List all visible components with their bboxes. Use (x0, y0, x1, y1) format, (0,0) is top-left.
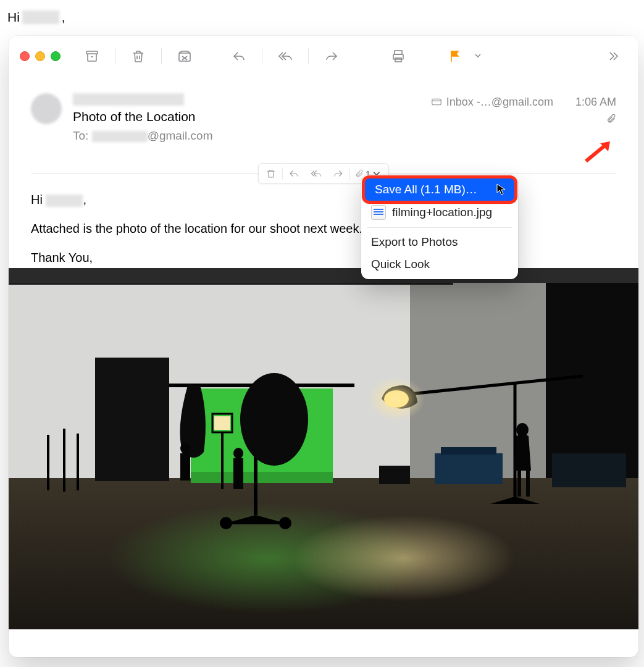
bg-greeting-prefix: Hi (7, 10, 20, 25)
svg-point-13 (293, 515, 515, 602)
svg-point-32 (180, 443, 190, 454)
jpeg-file-icon (371, 205, 386, 220)
svg-rect-31 (526, 469, 530, 497)
reply-all-button[interactable] (271, 44, 299, 68)
minimize-window-button[interactable] (35, 51, 45, 61)
archive-button[interactable] (78, 44, 106, 68)
delete-button[interactable] (124, 44, 153, 68)
message-header: Photo of the Location To: @gmail.com Inb… (9, 77, 638, 143)
print-button[interactable] (384, 44, 412, 68)
menu-item-label: Save All (1.1 MB)… (375, 183, 477, 196)
redacted-name (46, 195, 83, 207)
mail-message-window: Photo of the Location To: @gmail.com Inb… (9, 36, 638, 657)
svg-rect-10 (9, 283, 453, 285)
print-icon (391, 49, 406, 64)
sender-avatar[interactable] (31, 93, 62, 124)
toolbar-overflow-button[interactable] (599, 44, 627, 68)
menu-item-label: filming+location.jpg (392, 206, 492, 219)
trash-icon (131, 49, 146, 64)
attachment-indicator[interactable] (432, 112, 616, 125)
svg-rect-2 (395, 51, 402, 54)
fullscreen-window-button[interactable] (51, 51, 61, 61)
annotation-arrow (583, 140, 614, 164)
svg-point-19 (220, 517, 232, 529)
flag-dropdown-button[interactable] (474, 51, 482, 61)
redacted-name (22, 10, 59, 24)
mailbox-label: Inbox -…@gmail.com (446, 93, 553, 111)
menu-item-label: Export to Photos (371, 235, 458, 249)
attachment-menu: Save All (1.1 MB)… filming+location.jpg … (361, 175, 518, 279)
toolbar-separator (262, 48, 262, 64)
inline-reply-all-button[interactable] (305, 164, 327, 183)
window-toolbar (9, 36, 638, 77)
svg-rect-22 (214, 416, 230, 430)
reply-all-icon (311, 168, 322, 179)
body-greeting: Hi , (31, 190, 616, 209)
to-label: To: (73, 129, 92, 142)
svg-rect-4 (395, 58, 401, 62)
inline-delete-button[interactable] (260, 164, 282, 183)
forward-icon (324, 49, 339, 64)
reply-icon (288, 168, 299, 179)
chevron-down-icon (474, 52, 482, 59)
svg-rect-9 (9, 268, 638, 283)
bg-greeting-suffix: , (62, 10, 65, 25)
svg-point-28 (368, 377, 425, 421)
message-time: 1:06 AM (575, 93, 616, 111)
svg-rect-30 (517, 469, 521, 497)
svg-rect-40 (441, 447, 496, 455)
menu-item-attachment-file[interactable]: filming+location.jpg (361, 201, 518, 224)
mailbox-indicator[interactable]: Inbox -…@gmail.com 1:06 AM (432, 93, 616, 111)
archive-icon (85, 49, 99, 64)
toolbar-separator (308, 48, 309, 64)
menu-item-label: Quick Look (371, 258, 430, 271)
svg-rect-41 (552, 453, 626, 487)
svg-point-34 (233, 448, 243, 459)
svg-rect-15 (191, 472, 333, 483)
message-subject: Photo of the Location (73, 109, 432, 124)
forward-button[interactable] (317, 44, 346, 68)
menu-item-quick-look[interactable]: Quick Look (361, 253, 518, 275)
svg-point-21 (240, 373, 308, 466)
attachment-image[interactable] (9, 268, 638, 629)
menu-item-export-to-photos[interactable]: Export to Photos (361, 231, 518, 253)
window-controls (20, 51, 61, 61)
cursor-icon (496, 183, 506, 199)
reply-icon (232, 49, 246, 64)
redacted-recipient (92, 131, 148, 142)
toolbar-separator (115, 48, 115, 64)
redacted-sender (73, 93, 184, 106)
greeting-prefix: Hi (31, 193, 46, 206)
sender-name[interactable] (73, 93, 432, 106)
inline-forward-button[interactable] (327, 164, 349, 183)
reply-button[interactable] (225, 44, 253, 68)
paperclip-icon (606, 112, 616, 125)
svg-rect-42 (379, 466, 410, 484)
flag-button[interactable] (441, 44, 469, 68)
trash-icon (266, 168, 277, 179)
svg-rect-5 (432, 99, 440, 106)
inline-reply-button[interactable] (283, 164, 305, 183)
recipients-line[interactable]: To: @gmail.com (73, 129, 432, 143)
close-window-button[interactable] (20, 51, 30, 61)
body-line-1: Attached is the photo of the location fo… (31, 219, 616, 238)
toolbar-separator (161, 48, 162, 64)
svg-rect-0 (86, 51, 98, 54)
svg-rect-35 (233, 458, 243, 489)
greeting-suffix: , (83, 193, 86, 206)
filming-location-photo (9, 268, 638, 629)
to-domain: @gmail.com (148, 129, 213, 142)
forward-icon (333, 168, 344, 179)
menu-item-save-all[interactable]: Save All (1.1 MB)… (365, 178, 514, 201)
reply-all-icon (278, 49, 293, 64)
svg-point-20 (279, 517, 291, 529)
menu-separator (367, 227, 512, 228)
svg-rect-1 (179, 53, 190, 61)
svg-rect-33 (180, 453, 190, 480)
junk-icon (177, 49, 192, 64)
svg-rect-39 (435, 453, 503, 484)
junk-button[interactable] (170, 44, 199, 68)
flag-icon (448, 49, 462, 64)
background-previous-message: Hi , (0, 0, 644, 34)
svg-rect-16 (95, 358, 169, 481)
